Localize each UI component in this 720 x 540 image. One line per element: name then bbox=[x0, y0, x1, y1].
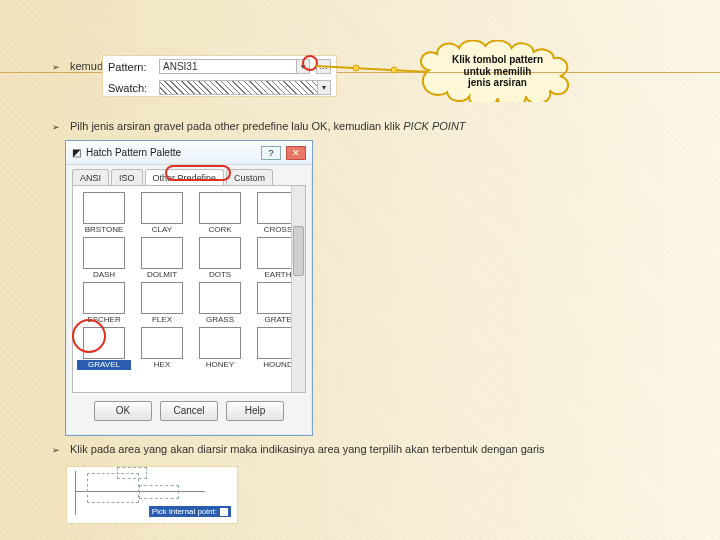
bullet-icon: ➢ bbox=[52, 62, 60, 72]
tab-custom[interactable]: Custom bbox=[226, 169, 273, 185]
pattern-item-dolmit[interactable]: DOLMIT bbox=[135, 237, 189, 280]
pattern-item-grass[interactable]: GRASS bbox=[193, 282, 247, 325]
pattern-thumb bbox=[141, 237, 183, 269]
callout-connector bbox=[316, 62, 430, 82]
dialog-title: Hatch Pattern Palette bbox=[86, 147, 181, 158]
highlight-circle-icon bbox=[72, 319, 106, 353]
pattern-item-flex[interactable]: FLEX bbox=[135, 282, 189, 325]
bullet-icon: ➢ bbox=[52, 122, 60, 132]
bullet-2: ➢ Pilh jenis arsiran gravel pada other p… bbox=[52, 120, 466, 132]
scrollbar[interactable] bbox=[291, 186, 305, 392]
pickpoint-figure: Pick internal point: bbox=[66, 466, 238, 524]
pattern-caption: DOLMIT bbox=[135, 270, 189, 280]
swatch-preview[interactable]: ▾ bbox=[159, 80, 331, 95]
pattern-thumb bbox=[141, 282, 183, 314]
dialog-titlebar[interactable]: ◩ Hatch Pattern Palette ? ✕ bbox=[66, 141, 312, 165]
pattern-thumb bbox=[141, 327, 183, 359]
hatch-palette-dialog: ◩ Hatch Pattern Palette ? ✕ ANSI ISO Oth… bbox=[65, 140, 313, 436]
callout-line3: jenis arsiran bbox=[433, 77, 562, 89]
highlight-circle-icon bbox=[165, 165, 231, 181]
pattern-item-cork[interactable]: CORK bbox=[193, 192, 247, 235]
help-button[interactable]: ? bbox=[261, 146, 281, 160]
cancel-button[interactable]: Cancel bbox=[160, 401, 218, 421]
app-icon: ◩ bbox=[72, 147, 81, 158]
pattern-item-clay[interactable]: CLAY bbox=[135, 192, 189, 235]
chevron-down-icon[interactable]: ▾ bbox=[317, 81, 330, 94]
pattern-thumb bbox=[199, 327, 241, 359]
callout-line1: Klik tombol pattern bbox=[433, 54, 562, 66]
tooltip-text: Pick internal point: bbox=[152, 507, 217, 516]
scrollbar-thumb[interactable] bbox=[293, 226, 304, 276]
pattern-thumb bbox=[83, 282, 125, 314]
svg-point-1 bbox=[353, 65, 359, 71]
pattern-caption: CLAY bbox=[135, 225, 189, 235]
bullet-2-text: Pilh jenis arsiran gravel pada other pre… bbox=[70, 120, 466, 132]
ok-button[interactable]: OK bbox=[94, 401, 152, 421]
pattern-caption: DASH bbox=[77, 270, 131, 280]
pattern-thumb bbox=[199, 192, 241, 224]
pattern-caption: DOTS bbox=[193, 270, 247, 280]
help-button[interactable]: Help bbox=[226, 401, 284, 421]
pattern-caption: GRASS bbox=[193, 315, 247, 325]
pattern-thumb bbox=[83, 192, 125, 224]
pattern-thumb bbox=[199, 237, 241, 269]
pattern-item-hex[interactable]: HEX bbox=[135, 327, 189, 370]
svg-point-2 bbox=[391, 67, 397, 73]
callout-cloud: Klik tombol pattern untuk memilih jenis … bbox=[425, 48, 570, 94]
tab-iso[interactable]: ISO bbox=[111, 169, 143, 185]
pattern-dropdown[interactable]: ANSI31 ▾ bbox=[159, 59, 310, 74]
pattern-caption: HONEY bbox=[193, 360, 247, 370]
dialog-button-row: OK Cancel Help bbox=[66, 393, 312, 421]
pattern-grid: BRSTONECLAYCORKCROSSDASHDOLMITDOTSEARTHE… bbox=[72, 185, 306, 393]
pattern-caption: BRSTONE bbox=[77, 225, 131, 235]
close-icon[interactable]: ✕ bbox=[286, 146, 306, 160]
pattern-item-honey[interactable]: HONEY bbox=[193, 327, 247, 370]
pattern-thumb bbox=[199, 282, 241, 314]
pattern-caption: GRAVEL bbox=[77, 360, 131, 370]
pattern-item-dots[interactable]: DOTS bbox=[193, 237, 247, 280]
swatch-label: Swatch: bbox=[108, 82, 153, 94]
pattern-caption: CORK bbox=[193, 225, 247, 235]
pattern-thumb bbox=[83, 237, 125, 269]
pattern-item-dash[interactable]: DASH bbox=[77, 237, 131, 280]
pattern-label: Pattern: bbox=[108, 61, 153, 73]
tab-ansi[interactable]: ANSI bbox=[72, 169, 109, 185]
pattern-item-brstone[interactable]: BRSTONE bbox=[77, 192, 131, 235]
bullet-icon: ➢ bbox=[52, 445, 60, 455]
cursor-icon bbox=[220, 508, 228, 516]
pattern-thumb bbox=[141, 192, 183, 224]
pattern-caption: FLEX bbox=[135, 315, 189, 325]
prompt-tooltip: Pick internal point: bbox=[149, 506, 231, 517]
pattern-value: ANSI31 bbox=[163, 61, 197, 72]
bullet-3-text-a: Klik pada area yang akan diarsir maka in… bbox=[70, 443, 545, 455]
pattern-caption: HEX bbox=[135, 360, 189, 370]
svg-line-0 bbox=[316, 66, 428, 72]
callout-line2: untuk memilih bbox=[433, 66, 562, 78]
